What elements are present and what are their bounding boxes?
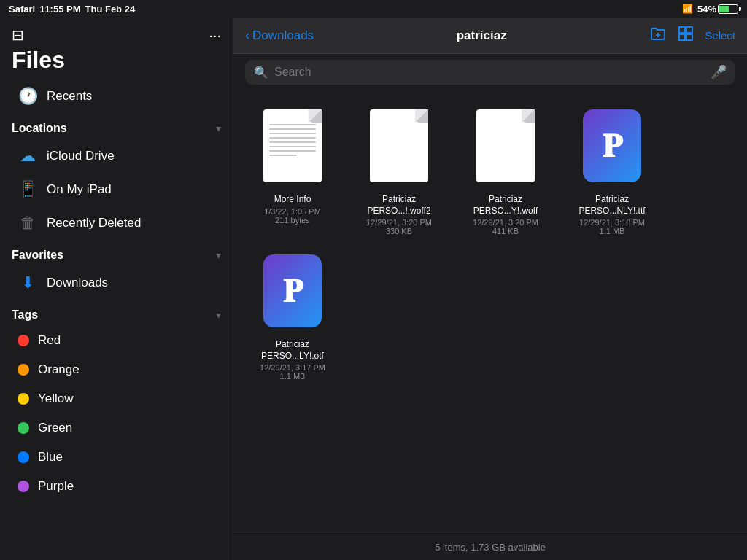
search-input[interactable] xyxy=(274,66,705,79)
red-tag-dot xyxy=(18,335,29,346)
sidebar-item-tag-yellow[interactable]: Yellow xyxy=(6,384,227,413)
file-name-woff2: Patriciaz PERSO...!.woff2 xyxy=(352,194,446,217)
wifi-icon: 📶 xyxy=(682,4,693,14)
battery-indicator: 54% xyxy=(697,4,738,15)
file-size-more-info: 211 bytes xyxy=(275,216,310,225)
sidebar: ⊟ ··· Files 🕐 Recents Locations ▾ ☁ iClo… xyxy=(0,18,233,560)
green-tag-dot xyxy=(18,422,29,434)
file-name-more-info: More Info xyxy=(274,194,311,206)
purple-tag-dot xyxy=(18,481,29,492)
file-item-otf[interactable]: 𝐏 Patriciaz PERSO...LY!.otf 12/29/21, 3:… xyxy=(245,247,340,381)
file-name-ttf: Patriciaz PERSO...NLY!.ttf xyxy=(565,194,659,217)
orange-tag-label: Orange xyxy=(38,362,80,377)
toolbar-right: Select xyxy=(649,25,735,46)
file-size-ttf: 1.1 MB xyxy=(600,227,625,236)
green-tag-label: Green xyxy=(38,421,72,435)
favorites-chevron-icon: ▾ xyxy=(216,249,221,261)
file-item-ttf[interactable]: 𝐏 Patriciaz PERSO...NLY!.ttf 12/29/21, 3… xyxy=(565,102,659,236)
file-date-woff: 12/29/21, 3:20 PM xyxy=(473,218,538,227)
grid-view-button[interactable] xyxy=(677,25,694,46)
yellow-tag-dot xyxy=(18,393,29,405)
files-title: Files xyxy=(0,47,233,79)
sidebar-item-tag-red[interactable]: Red xyxy=(6,326,227,355)
svg-rect-2 xyxy=(679,27,685,33)
svg-rect-3 xyxy=(686,27,692,33)
purple-tag-label: Purple xyxy=(38,479,74,494)
microphone-icon[interactable]: 🎤 xyxy=(711,64,727,80)
file-size-woff2: 330 KB xyxy=(386,227,412,236)
orange-tag-dot xyxy=(18,364,29,376)
sidebar-item-downloads[interactable]: ⬇ Downloads xyxy=(6,266,227,300)
locations-section-header[interactable]: Locations ▾ xyxy=(0,113,233,139)
file-item-woff[interactable]: Patriciaz PERSO...Y!.woff 12/29/21, 3:20… xyxy=(458,102,553,236)
sidebar-item-tag-green[interactable]: Green xyxy=(6,413,227,443)
brand-p-icon-otf: 𝐏 xyxy=(263,254,322,327)
file-icon-more-info xyxy=(256,102,329,190)
breadcrumb: Downloads xyxy=(252,28,314,43)
tags-section-header[interactable]: Tags ▾ xyxy=(0,300,233,326)
locations-chevron-icon: ▾ xyxy=(216,122,221,134)
file-item-woff2[interactable]: Patriciaz PERSO...!.woff2 12/29/21, 3:20… xyxy=(352,102,446,236)
file-name-woff: Patriciaz PERSO...Y!.woff xyxy=(458,194,553,217)
tags-chevron-icon: ▾ xyxy=(216,309,221,321)
storage-status-bar: 5 items, 1.73 GB available xyxy=(233,534,747,560)
recents-icon: 🕐 xyxy=(18,87,38,106)
svg-rect-4 xyxy=(679,34,685,40)
file-icon-woff2 xyxy=(363,102,436,190)
file-icon-otf: 𝐏 xyxy=(256,247,329,335)
search-icon: 🔍 xyxy=(254,66,268,79)
ipad-label: On My iPad xyxy=(47,182,112,197)
brand-p-icon: 𝐏 xyxy=(583,109,641,182)
document-icon xyxy=(476,109,535,182)
sidebar-item-recents[interactable]: 🕐 Recents xyxy=(6,79,227,113)
icloud-icon: ☁ xyxy=(18,147,38,166)
file-date-otf: 12/29/21, 3:17 PM xyxy=(260,363,325,372)
file-icon-ttf: 𝐏 xyxy=(576,102,649,190)
favorites-section-header[interactable]: Favorites ▾ xyxy=(0,240,233,266)
more-options-button[interactable]: ··· xyxy=(209,27,221,44)
new-folder-button[interactable] xyxy=(649,25,667,46)
battery-bar xyxy=(718,4,738,14)
file-grid: More Info 1/3/22, 1:05 PM 211 bytes Patr… xyxy=(233,90,747,534)
yellow-tag-label: Yellow xyxy=(38,392,74,406)
sidebar-item-tag-orange[interactable]: Orange xyxy=(6,355,227,384)
storage-status-text: 5 items, 1.73 GB available xyxy=(435,542,546,553)
sidebar-item-tag-blue[interactable]: Blue xyxy=(6,443,227,472)
blue-tag-dot xyxy=(18,451,29,463)
document-icon xyxy=(263,109,322,182)
battery-fill xyxy=(719,6,729,12)
toolbar-left: ‹ Downloads xyxy=(245,28,314,43)
recently-deleted-label: Recently Deleted xyxy=(47,216,141,230)
status-left: Safari 11:55 PM Thu Feb 24 xyxy=(9,4,135,15)
file-date-woff2: 12/29/21, 3:20 PM xyxy=(366,218,432,227)
search-bar: 🔍 🎤 xyxy=(245,60,735,85)
status-right: 📶 54% xyxy=(682,4,738,15)
folder-title: patriciaz xyxy=(457,28,507,43)
document-icon xyxy=(370,109,428,182)
back-button[interactable]: ‹ Downloads xyxy=(245,28,314,43)
status-bar: Safari 11:55 PM Thu Feb 24 📶 54% xyxy=(0,0,747,18)
sidebar-item-ipad[interactable]: 📱 On My iPad xyxy=(6,173,227,206)
back-arrow-icon: ‹ xyxy=(245,28,249,43)
trash-icon: 🗑 xyxy=(18,214,38,233)
main-container: ⊟ ··· Files 🕐 Recents Locations ▾ ☁ iClo… xyxy=(0,18,747,560)
doc-lines xyxy=(269,124,316,159)
content-toolbar: ‹ Downloads patriciaz xyxy=(233,18,747,54)
svg-rect-5 xyxy=(686,34,692,40)
downloads-icon: ⬇ xyxy=(18,273,38,292)
file-size-otf: 1.1 MB xyxy=(280,372,306,381)
sidebar-item-tag-purple[interactable]: Purple xyxy=(6,472,227,501)
file-date-ttf: 12/29/21, 3:18 PM xyxy=(579,218,645,227)
icloud-label: iCloud Drive xyxy=(47,149,115,163)
ipad-icon: 📱 xyxy=(18,180,38,199)
downloads-label: Downloads xyxy=(47,276,108,290)
sidebar-item-recently-deleted[interactable]: 🗑 Recently Deleted xyxy=(6,206,227,240)
recents-label: Recents xyxy=(47,89,92,104)
sidebar-header: ⊟ ··· xyxy=(0,18,233,47)
sidebar-toggle-button[interactable]: ⊟ xyxy=(12,26,24,44)
file-item-more-info[interactable]: More Info 1/3/22, 1:05 PM 211 bytes xyxy=(245,102,340,236)
select-button[interactable]: Select xyxy=(705,29,735,42)
carrier-label: Safari xyxy=(9,4,35,15)
battery-percent: 54% xyxy=(697,4,716,15)
sidebar-item-icloud[interactable]: ☁ iCloud Drive xyxy=(6,139,227,173)
